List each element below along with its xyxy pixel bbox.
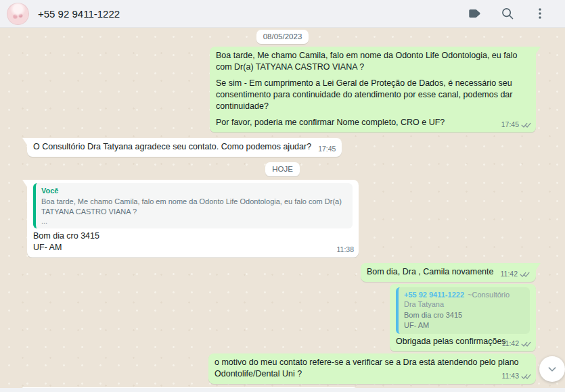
contact-name[interactable]: +55 92 9411-1222 (38, 8, 120, 20)
quoted-message[interactable]: +55 92 9411-1222~Consultório Dra Tatyana… (396, 287, 530, 334)
double-check-icon (520, 271, 530, 278)
message-text: o motivo do meu contato refere-se a veri… (214, 357, 530, 380)
timestamp: 11:38 (337, 244, 355, 255)
message-bubble-incoming[interactable]: Você Boa tarde, Me chamo Camila, falo em… (27, 180, 359, 258)
message-bubble-outgoing[interactable]: +55 92 9411-1222~Consultório Dra Tatyana… (390, 284, 536, 351)
message-text: Bom dia cro 3415 (33, 230, 353, 242)
message-bubble-outgoing[interactable]: o motivo do meu contato refere-se a veri… (208, 353, 536, 384)
search-button[interactable] (496, 2, 519, 25)
double-check-icon (521, 341, 531, 347)
quote-truncation: ... (41, 217, 346, 225)
kebab-menu-icon (533, 6, 547, 21)
date-badge: 08/05/2023 (256, 30, 309, 44)
message-text: O Consultório Dra Tatyana agradece seu c… (33, 141, 311, 153)
bubble-tail (22, 180, 28, 188)
chevron-down-icon (545, 362, 560, 376)
label-tag-icon (468, 6, 482, 21)
message-text: UF- AM (33, 242, 353, 253)
menu-button[interactable] (528, 2, 551, 25)
quote-text: Boa tarde, Me chamo Camila, falo em nome… (41, 197, 346, 217)
chat-panel: 08/05/2023 Boa tarde, Me chamo Camila, f… (0, 28, 565, 388)
quote-author: +55 92 9411-1222 (404, 291, 464, 299)
scroll-to-bottom-button[interactable] (539, 356, 565, 382)
chat-header: +55 92 9411-1222 (0, 0, 565, 28)
message-text: Se sim - Em cumprimento a Lei Geral de P… (216, 78, 530, 112)
timestamp: 11:42 (502, 338, 520, 349)
quoted-message[interactable]: Você Boa tarde, Me chamo Camila, falo em… (33, 183, 353, 228)
message-text: Boa tarde, Me chamo Camila, falo em nome… (216, 50, 530, 73)
label-button[interactable] (464, 2, 487, 25)
message-text: Bom dia, Dra , Camila novamente (367, 266, 494, 278)
today-badge: HOJE (265, 162, 300, 176)
timestamp: 17:45 (501, 119, 519, 130)
message-text: Por favor, poderia me confirmar Nome com… (216, 117, 530, 128)
double-check-icon (521, 373, 531, 380)
message-bubble-incoming[interactable]: O Consultório Dra Tatyana agradece seu c… (27, 138, 342, 157)
compose-bar-edge (0, 388, 565, 392)
quote-text: UF- AM (404, 320, 523, 330)
contact-avatar[interactable] (7, 3, 29, 25)
bubble-tail (535, 47, 541, 55)
message-bubble-outgoing[interactable]: Boa tarde, Me chamo Camila, falo em nome… (210, 47, 536, 132)
timestamp: 17:45 (318, 143, 336, 155)
quote-author: Você (41, 186, 346, 195)
search-icon (500, 6, 515, 21)
whatsapp-window: +55 92 9411-1222 (0, 0, 565, 392)
message-bubble-outgoing[interactable]: Bom dia, Dra , Camila novamente 11:42 (361, 263, 536, 282)
timestamp: 11:42 (501, 268, 518, 280)
bubble-tail (535, 263, 541, 271)
bubble-tail (22, 138, 28, 146)
double-check-icon (521, 122, 531, 128)
header-actions (464, 2, 551, 25)
quote-text: Bom dia cro 3415 (404, 310, 523, 320)
timestamp: 11:43 (502, 370, 520, 382)
